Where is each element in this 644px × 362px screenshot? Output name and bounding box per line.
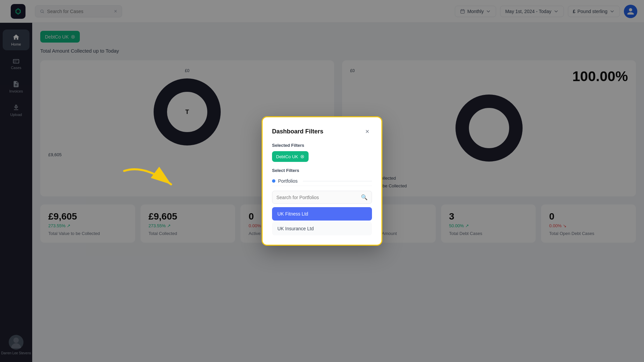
selected-chips-row: DebtCo UK ⊗ <box>272 151 372 162</box>
filter-divider <box>303 181 372 181</box>
portfolio-item-label-1: UK Insurance Ltd <box>277 226 314 231</box>
chip-remove-icon[interactable]: ⊗ <box>300 154 305 160</box>
filter-option-label-portfolios: Portfolios <box>278 178 298 184</box>
modal-header: Dashboard Filters × <box>272 127 372 136</box>
portfolio-item-0[interactable]: UK Fitness Ltd <box>272 207 372 221</box>
selected-chip-label: DebtCo UK <box>276 154 298 159</box>
search-portfolios-bar[interactable]: 🔍 <box>272 191 372 204</box>
portfolio-item-label-0: UK Fitness Ltd <box>277 211 308 217</box>
selected-filters-label: Selected Filters <box>272 143 372 148</box>
search-portfolios-icon: 🔍 <box>361 194 368 200</box>
modal-title: Dashboard Filters <box>272 128 323 135</box>
filter-option-portfolios[interactable]: Portfolios <box>272 176 372 186</box>
modal-close-button[interactable]: × <box>363 127 372 136</box>
filter-dot-portfolios <box>272 179 275 183</box>
dashboard-filters-modal: Dashboard Filters × Selected Filters Deb… <box>262 116 382 246</box>
modal-overlay[interactable]: Dashboard Filters × Selected Filters Deb… <box>0 0 644 362</box>
selected-chip-debtco[interactable]: DebtCo UK ⊗ <box>272 151 309 162</box>
portfolio-item-1[interactable]: UK Insurance Ltd <box>272 222 372 235</box>
portfolio-list: UK Fitness Ltd UK Insurance Ltd <box>272 207 372 235</box>
arrow-annotation <box>117 161 191 202</box>
filter-section-portfolios: Portfolios <box>272 176 372 186</box>
filter-options-list: Portfolios <box>272 176 372 186</box>
select-filters-label: Select Filters <box>272 168 372 173</box>
search-portfolios-input[interactable] <box>276 195 358 200</box>
